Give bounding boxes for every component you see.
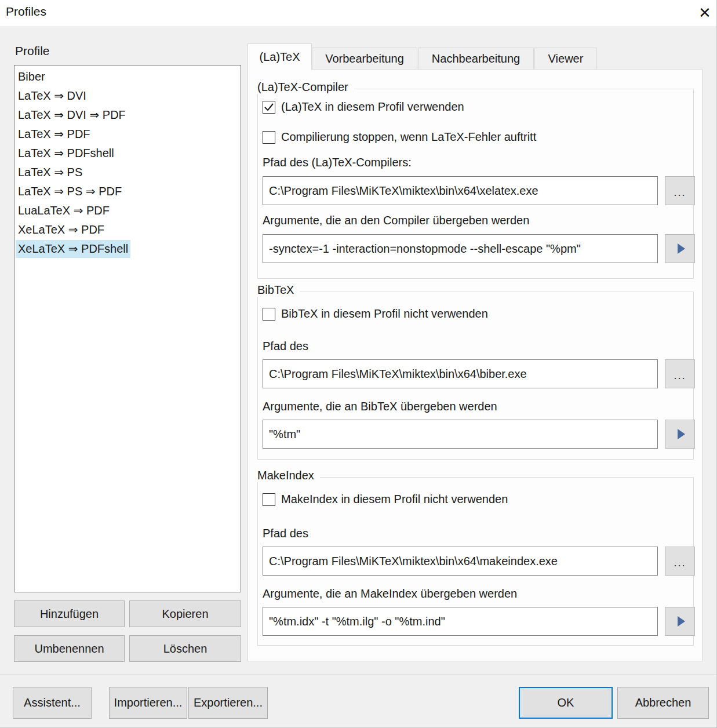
makeindex-args-input[interactable] bbox=[263, 607, 658, 636]
list-item[interactable]: LaTeX ⇒ PDFshell bbox=[14, 144, 241, 163]
ellipsis-icon: ... bbox=[674, 190, 686, 195]
ellipsis-icon: ... bbox=[674, 373, 686, 378]
delete-profile-button[interactable]: Löschen bbox=[129, 635, 241, 662]
right-arrow-icon bbox=[678, 616, 685, 627]
list-item[interactable]: LaTeX ⇒ PDF bbox=[14, 125, 241, 144]
group-bibtex: BibTeX BibTeX in diesem Profil nicht ver… bbox=[257, 292, 694, 460]
ok-button[interactable]: OK bbox=[519, 687, 613, 719]
stop-on-error-checkbox[interactable] bbox=[263, 131, 275, 144]
profile-name: LaTeX ⇒ PDFshell bbox=[16, 144, 117, 162]
bibtex-skip-checkbox-row: BibTeX in diesem Profil nicht verwenden bbox=[263, 307, 488, 321]
title-bar: Profiles ✕ bbox=[0, 0, 717, 26]
cancel-button[interactable]: Abbrechen bbox=[617, 687, 709, 719]
import-button[interactable]: Importieren... bbox=[109, 687, 187, 719]
tab-viewer[interactable]: Viewer bbox=[534, 48, 597, 70]
assistant-button[interactable]: Assistent... bbox=[13, 687, 92, 719]
compiler-args-label: Argumente, die an den Compiler übergeben… bbox=[263, 214, 529, 227]
list-item[interactable]: LaTeX ⇒ PS bbox=[14, 163, 241, 182]
profile-name: LaTeX ⇒ PS ⇒ PDF bbox=[16, 183, 124, 201]
tab-latex[interactable]: (La)TeX bbox=[248, 43, 312, 70]
list-item[interactable]: LuaLaTeX ⇒ PDF bbox=[14, 201, 241, 220]
dialog-title: Profiles bbox=[6, 5, 46, 19]
list-item[interactable]: XeLaTeX ⇒ PDF bbox=[14, 220, 241, 239]
close-icon[interactable]: ✕ bbox=[693, 1, 716, 24]
profile-list-label: Profile bbox=[15, 44, 50, 58]
bibtex-path-browse-button[interactable]: ... bbox=[665, 359, 695, 388]
makeindex-args-label: Argumente, die an MakeIndex übergeben we… bbox=[263, 587, 517, 600]
list-item[interactable]: Biber bbox=[14, 67, 241, 86]
use-latex-checkbox-row: (La)TeX in diesem Profil verwenden bbox=[263, 100, 464, 114]
group-latex-compiler-title: (La)TeX-Compiler bbox=[257, 81, 354, 94]
profile-list[interactable]: Biber LaTeX ⇒ DVI LaTeX ⇒ DVI ⇒ PDF LaTe… bbox=[14, 65, 241, 592]
rename-profile-button[interactable]: Umbenennen bbox=[14, 635, 125, 662]
list-item[interactable]: LaTeX ⇒ PS ⇒ PDF bbox=[14, 182, 241, 201]
makeindex-args-menu-button[interactable] bbox=[665, 607, 695, 636]
use-latex-checkbox-label: (La)TeX in diesem Profil verwenden bbox=[281, 100, 464, 114]
profile-name: LaTeX ⇒ PDF bbox=[16, 125, 93, 143]
right-arrow-icon bbox=[678, 243, 685, 254]
makeindex-path-input[interactable] bbox=[263, 547, 658, 576]
bibtex-args-menu-button[interactable] bbox=[665, 420, 695, 449]
makeindex-skip-checkbox[interactable] bbox=[263, 493, 275, 506]
stop-on-error-checkbox-row: Compilierung stoppen, wenn LaTeX-Fehler … bbox=[263, 130, 536, 144]
compiler-path-browse-button[interactable]: ... bbox=[665, 176, 695, 205]
bibtex-path-label: Pfad des bbox=[263, 340, 308, 353]
profile-name: LaTeX ⇒ DVI ⇒ PDF bbox=[16, 106, 128, 124]
group-bibtex-title: BibTeX bbox=[257, 283, 300, 297]
bibtex-args-input[interactable] bbox=[263, 420, 658, 449]
profiles-dialog: Profiles ✕ Profile Biber LaTeX ⇒ DVI LaT… bbox=[0, 0, 717, 728]
bibtex-path-input[interactable] bbox=[263, 359, 658, 388]
group-makeindex: MakeIndex MakeIndex in diesem Profil nic… bbox=[257, 477, 694, 646]
makeindex-path-browse-button[interactable]: ... bbox=[665, 547, 695, 576]
compiler-args-menu-button[interactable] bbox=[665, 234, 695, 263]
bibtex-args-label: Argumente, die an BibTeX übergeben werde… bbox=[263, 400, 497, 413]
makeindex-skip-checkbox-row: MakeIndex in diesem Profil nicht verwend… bbox=[263, 493, 508, 506]
compiler-path-input[interactable] bbox=[263, 176, 658, 205]
profile-name: XeLaTeX ⇒ PDF bbox=[16, 221, 107, 239]
makeindex-skip-checkbox-label: MakeIndex in diesem Profil nicht verwend… bbox=[281, 493, 508, 506]
export-button[interactable]: Exportieren... bbox=[188, 687, 268, 719]
list-item-selected[interactable]: XeLaTeX ⇒ PDFshell bbox=[14, 239, 241, 259]
right-arrow-icon bbox=[678, 429, 685, 439]
list-item[interactable]: LaTeX ⇒ DVI bbox=[14, 86, 241, 105]
tab-vorbearbeitung[interactable]: Vorbearbeitung bbox=[312, 48, 417, 70]
add-profile-button[interactable]: Hinzufügen bbox=[14, 600, 125, 627]
compiler-args-input[interactable] bbox=[263, 234, 658, 263]
makeindex-path-label: Pfad des bbox=[263, 527, 308, 540]
bibtex-skip-checkbox[interactable] bbox=[263, 308, 275, 321]
ellipsis-icon: ... bbox=[674, 560, 686, 566]
compiler-path-label: Pfad des (La)TeX-Compilers: bbox=[263, 156, 412, 169]
profile-name: LaTeX ⇒ DVI bbox=[16, 87, 89, 105]
use-latex-checkbox[interactable] bbox=[263, 101, 275, 114]
copy-profile-button[interactable]: Kopieren bbox=[129, 600, 241, 627]
bibtex-skip-checkbox-label: BibTeX in diesem Profil nicht verwenden bbox=[281, 307, 488, 321]
profile-name: LaTeX ⇒ PS bbox=[16, 163, 85, 181]
check-icon bbox=[264, 103, 274, 111]
stop-on-error-checkbox-label: Compilierung stoppen, wenn LaTeX-Fehler … bbox=[281, 130, 536, 144]
profile-name: Biber bbox=[16, 68, 48, 86]
list-item[interactable]: LaTeX ⇒ DVI ⇒ PDF bbox=[14, 105, 241, 125]
group-latex-compiler: (La)TeX-Compiler (La)TeX in diesem Profi… bbox=[257, 89, 694, 279]
tab-panel-latex: (La)TeX-Compiler (La)TeX in diesem Profi… bbox=[248, 69, 703, 661]
group-makeindex-title: MakeIndex bbox=[257, 469, 320, 482]
profile-name: XeLaTeX ⇒ PDFshell bbox=[16, 240, 130, 258]
tab-nachbearbeitung[interactable]: Nachbearbeitung bbox=[418, 48, 534, 70]
profile-name: LuaLaTeX ⇒ PDF bbox=[16, 202, 112, 220]
